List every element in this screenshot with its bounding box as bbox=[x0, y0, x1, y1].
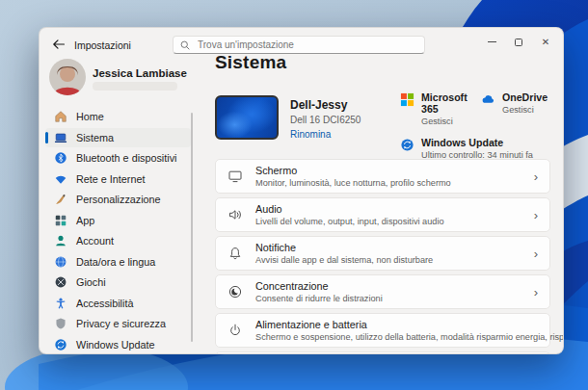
quick-link-windows-update[interactable]: Windows Update Ultimo controllo: 34 minu… bbox=[400, 137, 533, 160]
device-thumbnail bbox=[215, 95, 279, 140]
account-icon bbox=[54, 234, 67, 247]
settings-list: Schermo Monitor, luminosità, luce nottur… bbox=[215, 159, 550, 354]
personalization-icon bbox=[54, 193, 67, 206]
selected-indicator bbox=[45, 132, 48, 143]
privacy-icon bbox=[54, 317, 67, 330]
profile-name: Jessica Lambiase bbox=[93, 67, 187, 79]
device-header: Dell-Jessy Dell 16 DCI6250 Rinomina bbox=[215, 95, 361, 140]
sidebar-item-privacy[interactable]: Privacy e sicurezza bbox=[45, 314, 191, 333]
back-button[interactable] bbox=[51, 37, 67, 52]
settings-card-audio[interactable]: Audio Livelli del volume, output, input,… bbox=[215, 197, 550, 232]
sidebar-scrollbar[interactable] bbox=[191, 113, 193, 342]
windows-update-icon bbox=[400, 138, 414, 152]
sidebar-item-app[interactable]: App bbox=[45, 211, 191, 230]
page-title: Sistema bbox=[215, 52, 286, 73]
profile-email-skeleton bbox=[93, 82, 177, 91]
quick-links: Microsoft 365 Gestisci OneDrive Gestisci bbox=[400, 91, 550, 160]
accessibility-icon bbox=[54, 297, 67, 310]
sidebar-item-home[interactable]: Home bbox=[45, 107, 191, 126]
main-content: Sistema Dell-Jessy Dell 16 DCI6250 Rinom… bbox=[215, 28, 550, 354]
notifications-icon bbox=[227, 246, 243, 261]
settings-window: Impostazioni ✕ Jessica Lambiase Home Sis… bbox=[39, 27, 564, 354]
sidebar-item-sistema[interactable]: Sistema bbox=[45, 128, 191, 147]
focus-icon bbox=[227, 284, 243, 299]
quick-link-microsoft-365[interactable]: Microsoft 365 Gestisci bbox=[400, 91, 481, 126]
microsoft-365-icon bbox=[400, 92, 414, 107]
windows-update-icon bbox=[54, 338, 67, 351]
app-title: Impostazioni bbox=[74, 39, 131, 51]
sidebar-item-account[interactable]: Account bbox=[45, 231, 191, 250]
settings-card-schermo[interactable]: Schermo Monitor, luminosità, luce nottur… bbox=[215, 159, 550, 194]
onedrive-icon bbox=[481, 92, 495, 107]
avatar[interactable] bbox=[49, 59, 86, 95]
device-model: Dell 16 DCI6250 bbox=[290, 115, 361, 125]
settings-card-alimentazione[interactable]: Alimentazione e batteria Schermo e sospe… bbox=[215, 313, 550, 348]
system-icon bbox=[54, 131, 67, 144]
settings-card-concentrazione[interactable]: Concentrazione Consente di ridurre le di… bbox=[215, 274, 550, 309]
settings-card-notifiche[interactable]: Notifiche Avvisi dalle app e dal sistema… bbox=[215, 236, 550, 271]
sidebar-item-bluetooth[interactable]: Bluetooth e dispositivi bbox=[45, 148, 191, 168]
device-name: Dell-Jessy bbox=[290, 98, 361, 112]
network-icon bbox=[54, 172, 67, 186]
apps-icon bbox=[54, 214, 67, 227]
bluetooth-icon bbox=[54, 151, 67, 165]
sidebar-item-accessibilita[interactable]: Accessibilità bbox=[45, 294, 191, 313]
gaming-icon bbox=[54, 275, 67, 289]
time-language-icon bbox=[54, 255, 67, 269]
chevron-right-icon: › bbox=[534, 247, 538, 260]
sidebar-item-giochi[interactable]: Giochi bbox=[45, 273, 191, 292]
sidebar-item-personalizzazione[interactable]: Personalizzazione bbox=[45, 190, 191, 209]
chevron-right-icon: › bbox=[534, 286, 538, 299]
chevron-right-icon: › bbox=[534, 170, 538, 183]
display-icon bbox=[227, 169, 243, 184]
chevron-right-icon: › bbox=[534, 209, 538, 221]
sidebar-nav: Home Sistema Bluetooth e dispositivi Ret… bbox=[45, 107, 191, 354]
quick-link-onedrive[interactable]: OneDrive Gestisci bbox=[481, 91, 548, 126]
settings-card-partial[interactable] bbox=[215, 351, 550, 354]
home-icon bbox=[54, 110, 67, 123]
power-battery-icon bbox=[227, 323, 243, 338]
sidebar-item-windows-update[interactable]: Windows Update bbox=[45, 335, 191, 354]
rename-link[interactable]: Rinomina bbox=[290, 129, 361, 140]
sidebar-item-rete[interactable]: Rete e Internet bbox=[45, 169, 191, 189]
sidebar-item-data-ora-lingua[interactable]: Data/ora e lingua bbox=[45, 252, 191, 272]
audio-icon bbox=[227, 207, 243, 222]
search-icon bbox=[179, 38, 191, 49]
